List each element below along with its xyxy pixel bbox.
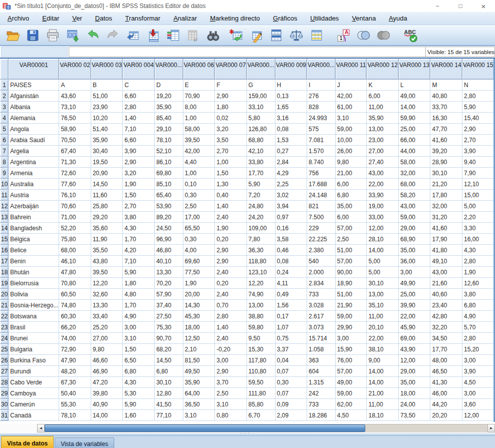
cell[interactable]: 733 <box>307 289 336 300</box>
cell[interactable]: 11,00 <box>367 311 399 322</box>
cell[interactable]: 27,50 <box>154 311 183 322</box>
row-header-1[interactable]: 1 <box>1 80 9 91</box>
cell[interactable]: 4,00 <box>183 245 215 256</box>
cell[interactable]: 5,00 <box>367 267 399 278</box>
cell[interactable]: 59,50 <box>246 377 275 388</box>
row-header-20[interactable]: 20 <box>1 289 9 300</box>
cell[interactable]: 2,70 <box>123 201 155 212</box>
cell[interactable]: 1,00 <box>183 168 215 179</box>
cell[interactable]: 43,00 <box>367 168 399 179</box>
cell[interactable]: 66,20 <box>59 322 91 333</box>
cell[interactable]: 2,40 <box>215 267 247 278</box>
cell[interactable]: 47,80 <box>59 267 91 278</box>
cell[interactable]: 1,70 <box>123 234 155 245</box>
cell[interactable]: 1,70 <box>123 300 155 311</box>
cell[interactable]: 0,30 <box>183 234 215 245</box>
cell[interactable]: 72,60 <box>59 168 91 179</box>
pane-splitter[interactable] <box>0 432 495 435</box>
cell-value-input[interactable] <box>69 47 426 57</box>
cell[interactable]: 57,00 <box>335 223 367 234</box>
cell[interactable]: E <box>183 80 215 91</box>
row-header-22[interactable]: 22 <box>1 311 9 322</box>
cell[interactable]: Argentina <box>9 157 59 168</box>
cell[interactable]: 70,60 <box>59 201 91 212</box>
cell[interactable]: 22.225 <box>307 234 336 245</box>
cell[interactable]: 41,50 <box>154 399 183 410</box>
cell[interactable]: 32,20 <box>430 322 462 333</box>
cell[interactable]: 72,90 <box>59 344 91 355</box>
cell[interactable]: 13,30 <box>91 300 123 311</box>
cell[interactable]: 25,00 <box>398 124 430 135</box>
cell[interactable]: 44,20 <box>430 399 462 410</box>
cell[interactable]: Bélgica <box>9 234 59 245</box>
cell[interactable]: 1,90 <box>183 278 215 289</box>
cell[interactable]: 0,16 <box>275 223 307 234</box>
cell[interactable]: 12,80 <box>154 388 183 399</box>
cell[interactable]: 9,40 <box>462 157 494 168</box>
cell[interactable]: 18,00 <box>398 388 430 399</box>
cell[interactable]: 3,00 <box>398 267 430 278</box>
cell[interactable]: 5,30 <box>123 388 155 399</box>
cell[interactable]: 42,80 <box>430 311 462 322</box>
cell[interactable]: 6,80 <box>335 190 367 201</box>
cell[interactable]: 51,00 <box>335 289 367 300</box>
select-cases-icon[interactable] <box>306 26 326 44</box>
cell[interactable]: 11,00 <box>367 399 399 410</box>
cell[interactable]: 0,17 <box>275 311 307 322</box>
cell[interactable]: 28,90 <box>430 157 462 168</box>
cell[interactable]: 20,00 <box>183 289 215 300</box>
cell[interactable]: 7.500 <box>307 212 336 223</box>
cell[interactable]: 12,60 <box>462 278 494 289</box>
column-header-var00002[interactable]: VAR000 02 <box>59 59 91 80</box>
cell[interactable]: 12,10 <box>462 179 494 190</box>
cell[interactable]: 31,20 <box>430 212 462 223</box>
cell[interactable]: 17,90 <box>430 234 462 245</box>
cell[interactable]: 2.834 <box>307 278 336 289</box>
cell[interactable]: 21,00 <box>367 388 399 399</box>
recent-dialogs-icon[interactable] <box>63 26 83 44</box>
maximize-icon[interactable]: □ <box>449 0 472 12</box>
cell[interactable]: 3,90 <box>462 146 494 157</box>
cell[interactable]: PAISES <box>9 80 59 91</box>
column-header-var00004[interactable]: VAR00 004 <box>123 59 155 80</box>
cell[interactable]: 70,50 <box>59 135 91 146</box>
menu-ver[interactable]: Ver <box>66 13 89 25</box>
cell[interactable]: 25,20 <box>91 322 123 333</box>
cell[interactable]: 10,00 <box>335 135 367 146</box>
cell[interactable]: 3,94 <box>275 201 307 212</box>
cell[interactable]: 35,50 <box>91 245 123 256</box>
cell[interactable]: 0,10 <box>183 179 215 190</box>
cell[interactable]: 85,10 <box>154 179 183 190</box>
column-header-var00007[interactable]: VAR000 07 <box>215 59 247 80</box>
cell[interactable]: 33,00 <box>367 212 399 223</box>
cell[interactable]: 57,00 <box>335 366 367 377</box>
cell[interactable]: 2.380 <box>307 245 336 256</box>
cell[interactable]: 46,00 <box>430 388 462 399</box>
cell[interactable]: 4,30 <box>462 245 494 256</box>
cell[interactable]: 32,60 <box>91 289 123 300</box>
cell[interactable]: 52,20 <box>59 223 91 234</box>
cell[interactable]: 35,90 <box>367 113 399 124</box>
row-header-16[interactable]: 16 <box>1 245 9 256</box>
cell[interactable]: 0,20 <box>215 278 247 289</box>
cell[interactable]: 23,40 <box>430 300 462 311</box>
cell[interactable]: 38,80 <box>246 311 275 322</box>
cell[interactable]: 66,00 <box>398 135 430 146</box>
cell[interactable]: 5,90 <box>246 179 275 190</box>
cell[interactable]: 3,00 <box>462 388 494 399</box>
cell[interactable]: 45,90 <box>398 322 430 333</box>
cell[interactable]: 0,09 <box>275 399 307 410</box>
cell[interactable]: 11,60 <box>91 190 123 201</box>
cell[interactable]: 46,10 <box>59 256 91 267</box>
cell[interactable]: 3,30 <box>462 223 494 234</box>
cell[interactable]: Canadá <box>9 410 59 421</box>
cell[interactable]: 37,40 <box>154 300 183 311</box>
cell[interactable]: 44,00 <box>398 146 430 157</box>
cell[interactable]: 14,50 <box>154 355 183 366</box>
column-header-var00012[interactable]: VAR000 12 <box>367 59 399 80</box>
cell[interactable]: 2,80 <box>123 102 155 113</box>
cell[interactable]: 35,00 <box>335 201 367 212</box>
cell[interactable]: 1,90 <box>123 179 155 190</box>
cell[interactable]: 13,00 <box>246 300 275 311</box>
save-icon[interactable] <box>23 26 43 44</box>
